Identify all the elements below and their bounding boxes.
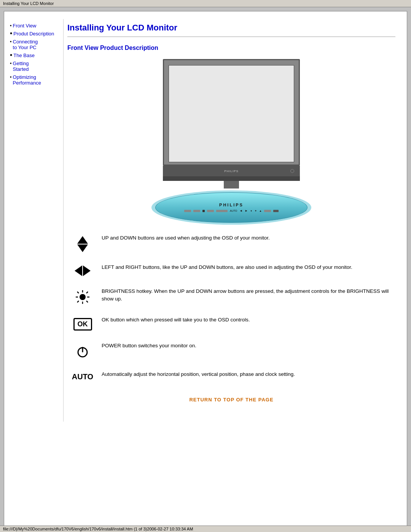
feature-row-power: POWER button switches your monitor on.	[67, 342, 395, 359]
svg-line-6	[86, 301, 88, 302]
sidebar-item-getting-started[interactable]: • GettingStarted	[10, 61, 59, 73]
oval-main: PHILIPS AUTO ◄ ► ▼ ✦ ▲	[155, 192, 307, 223]
status-bar-text: file:///D|/My%20Documents/dfu/170V6/engl…	[3, 527, 193, 531]
sidebar-link-getting-started[interactable]: GettingStarted	[13, 61, 29, 72]
monitor-screen-inner	[169, 65, 294, 162]
arrow-left: ◄	[239, 209, 242, 212]
feature-icon-power	[67, 344, 98, 359]
feature-text-power: POWER button switches your monitor on.	[98, 342, 395, 350]
divider	[67, 37, 395, 37]
title-bar: Installing Your LCD Monitor	[0, 0, 411, 7]
auto-label: AUTO	[230, 209, 237, 212]
svg-line-7	[86, 292, 88, 293]
feature-text-updown: UP and DOWN buttons are used when adjust…	[98, 234, 395, 242]
power-icon	[75, 344, 90, 359]
feature-row-auto: AUTO Automatically adjust the horizontal…	[67, 371, 395, 381]
monitor-brand-bar: PHILIPS	[163, 166, 300, 176]
sidebar-item-produt[interactable]: • Produt Description	[10, 31, 59, 37]
sidebar-link-base[interactable]: The Base	[13, 53, 35, 58]
return-link-container: RETURN TO TOP OF THE PAGE	[67, 396, 395, 403]
arrow-bullet-3: •	[10, 39, 12, 45]
feature-row-updown: UP and DOWN buttons are used when adjust…	[67, 234, 395, 252]
arrow-bullet-5: •	[10, 61, 12, 66]
oval-btn-5	[264, 210, 271, 212]
sidebar-item-base[interactable]: • The Base	[10, 53, 59, 59]
features-table: UP and DOWN buttons are used when adjust…	[67, 234, 395, 381]
feature-icon-auto: AUTO	[67, 372, 98, 381]
sidebar-item-frontview[interactable]: • Front View	[10, 23, 59, 29]
monitor-brand-label: PHILIPS	[224, 169, 239, 173]
oval-btn-3	[207, 210, 214, 212]
feature-icon-brightness	[67, 289, 98, 305]
sidebar-item-optimizing[interactable]: • OptimizingPerformance	[10, 74, 59, 86]
svg-line-8	[77, 301, 79, 302]
sidebar: • Front View • Produt Description • Conn…	[4, 19, 63, 422]
oval-btn-6	[273, 210, 279, 212]
feature-icon-ok: OK	[67, 318, 98, 331]
feature-row-ok: OK OK button which when pressed will tak…	[67, 316, 395, 331]
monitor-neck	[224, 181, 239, 189]
feature-icon-leftright	[67, 265, 98, 276]
sidebar-link-produt[interactable]: Produt Description	[13, 31, 54, 37]
page-title: Installing Your LCD Monitor	[67, 23, 395, 33]
feature-text-auto: Automatically adjust the horizontal posi…	[98, 371, 395, 378]
sidebar-item-connecting[interactable]: • Connectingto Your PC	[10, 39, 59, 51]
oval-buttons: AUTO ◄ ► ▼ ✦ ▲	[184, 209, 279, 212]
feature-icon-updown	[67, 236, 98, 252]
oval-btn-1	[184, 210, 191, 212]
section-title: Front View Product Description	[67, 45, 395, 51]
symbol-1: ▼	[250, 210, 252, 212]
up-arrow: ▲	[259, 209, 262, 212]
monitor-controls	[163, 176, 300, 181]
ok-icon: OK	[73, 318, 92, 331]
sidebar-link-connecting[interactable]: Connectingto Your PC	[13, 39, 38, 50]
title-bar-text: Installing Your LCD Monitor	[3, 1, 54, 6]
dot-bullet-4: •	[10, 53, 12, 58]
brightness-icon	[75, 289, 90, 305]
feature-row-brightness: BRIGHTNESS hotkey. When the UP and DOWN …	[67, 288, 395, 305]
arrow-bullet-1: •	[10, 23, 12, 29]
oval-btn-4	[216, 210, 228, 212]
dot-bullet-2: •	[10, 31, 12, 36]
oval-brand-text: PHILIPS	[219, 203, 244, 207]
status-bar: file:///D|/My%20Documents/dfu/170V6/engl…	[0, 526, 411, 532]
monitor-image: PHILIPS PHILIPS	[151, 59, 311, 227]
brightness-symbol: ✦	[255, 209, 257, 212]
monitor-base: PHILIPS AUTO ◄ ► ▼ ✦ ▲	[151, 189, 311, 227]
sidebar-link-optimizing[interactable]: OptimizingPerformance	[13, 74, 41, 86]
arrow-bullet-6: •	[10, 74, 12, 80]
svg-line-5	[77, 292, 79, 293]
svg-point-0	[80, 294, 86, 300]
return-link[interactable]: RETURN TO TOP OF THE PAGE	[189, 397, 273, 403]
feature-text-ok: OK button which when pressed will take y…	[98, 316, 395, 324]
oval-circle	[202, 210, 205, 212]
auto-icon: AUTO	[72, 372, 93, 381]
browser-outer: • Front View • Produt Description • Conn…	[4, 11, 407, 529]
oval-btn-2	[193, 210, 200, 212]
monitor-screen-outer	[163, 59, 300, 166]
feature-row-leftright: LEFT and RIGHT buttons, like the UP and …	[67, 264, 395, 276]
main-content: Installing Your LCD Monitor Front View P…	[63, 19, 407, 422]
feature-text-leftright: LEFT and RIGHT buttons, like the UP and …	[98, 264, 395, 271]
feature-text-brightness: BRIGHTNESS hotkey. When the UP and DOWN …	[98, 288, 395, 303]
arrow-right: ►	[245, 209, 248, 212]
sidebar-link-frontview[interactable]: Front View	[13, 23, 37, 29]
